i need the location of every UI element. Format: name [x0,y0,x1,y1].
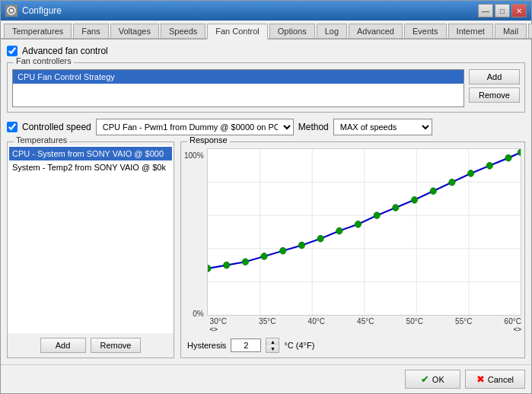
spinner-down-button[interactable]: ▼ [266,345,279,352]
svg-point-11 [208,265,211,272]
temp-add-button[interactable]: Add [40,338,86,353]
tab-advanced[interactable]: Advanced [349,24,403,38]
cancel-cross-icon: ✖ [476,373,485,385]
cancel-label: Cancel [488,375,514,384]
temp-buttons: Add Remove [8,333,174,357]
temperatures-panel: Temperatures CPU - System from SONY VAIO… [7,141,174,358]
maximize-button[interactable]: □ [495,4,510,17]
fan-list-item[interactable]: CPU Fan Control Strategy [13,70,464,84]
controlled-speed-label: Controlled speed [22,122,91,132]
chart-area: 100% 0% [181,148,524,333]
fan-controllers-group: Fan controllers CPU Fan Control Strategy… [7,62,525,113]
hysteresis-spinner[interactable]: ▲ ▼ [266,338,279,353]
hysteresis-unit: °C (4°F) [284,341,314,350]
chart-wrapper: 30°C 35°C 40°C 45°C 50°C 55°C 60°C <> <> [207,148,524,333]
tab-xap[interactable]: xAP [528,24,532,38]
main-bottom: Temperatures CPU - System from SONY VAIO… [7,141,525,358]
tab-temperatures[interactable]: Temperatures [4,24,72,38]
fan-controllers-buttons: Add Remove [469,69,520,103]
tab-mail[interactable]: Mail [495,24,527,38]
tab-events[interactable]: Events [404,24,447,38]
hysteresis-input[interactable]: 2 [231,338,261,352]
ok-checkmark-icon: ✔ [421,373,429,385]
method-label: Method [298,122,329,132]
svg-point-26 [486,162,492,169]
controlled-speed-dropdown[interactable]: CPU Fan - Pwm1 from Dummy @ $0000 on PCI [96,119,294,135]
svg-point-27 [505,154,511,161]
response-title: Response [187,135,230,145]
svg-point-18 [336,227,342,234]
hysteresis-row: Hysteresis 2 ▲ ▼ °C (4°F) [181,333,524,357]
spinner-up-button[interactable]: ▲ [266,338,279,345]
svg-point-22 [411,196,417,203]
configure-window: Configure — □ ✕ Temperatures Fans Voltag… [0,0,532,394]
temperatures-title: Temperatures [14,135,69,145]
x-label-55: 55°C [455,317,472,326]
svg-point-16 [298,242,304,249]
fan-remove-button[interactable]: Remove [469,87,520,103]
ok-button[interactable]: ✔ OK [405,370,460,389]
bottom-bar: ✔ OK ✖ Cancel [1,364,531,393]
tab-fan-control[interactable]: Fan Control [207,24,267,40]
fan-controllers-content: CPU Fan Control Strategy Add Remove [12,69,520,107]
advanced-fan-control-label: Advanced fan control [22,46,108,56]
window-title: Configure [22,5,478,16]
title-controls: — □ ✕ [478,4,527,17]
tab-voltages[interactable]: Voltages [110,24,159,38]
tab-bar: Temperatures Fans Voltages Speeds Fan Co… [1,21,531,40]
svg-point-25 [467,170,473,177]
temp-item-system[interactable]: System - Temp2 from SONY VAIO @ $0k [9,160,172,174]
svg-point-20 [374,212,380,219]
controlled-speed-row: Controlled speed CPU Fan - Pwm1 from Dum… [7,119,525,135]
app-icon [5,5,18,17]
main-content: Advanced fan control Fan controllers CPU… [1,40,531,364]
tab-options[interactable]: Options [269,24,315,38]
svg-point-19 [355,221,361,227]
svg-point-21 [392,205,398,211]
y-label-100: 100% [184,151,204,160]
fan-list[interactable]: CPU Fan Control Strategy [12,69,464,107]
controlled-speed-checkbox[interactable] [7,122,18,132]
svg-point-14 [261,253,267,260]
hysteresis-label: Hysteresis [187,341,226,350]
tab-speeds[interactable]: Speeds [161,24,205,38]
svg-point-17 [317,235,323,242]
svg-point-13 [242,259,248,265]
response-panel: Response 100% 0% [180,141,525,358]
method-dropdown[interactable]: MAX of speeds [333,119,432,135]
response-chart[interactable] [208,149,521,315]
tab-fans[interactable]: Fans [73,24,108,38]
svg-point-24 [448,179,454,186]
tab-log[interactable]: Log [317,24,347,38]
chart-inner [207,148,521,316]
temp-remove-button[interactable]: Remove [91,338,142,353]
x-label-30: 30°C [210,317,227,326]
advanced-fan-control-row: Advanced fan control [7,46,525,56]
minimize-button[interactable]: — [478,4,493,17]
right-arrows: <> [513,326,521,333]
svg-point-1 [10,9,13,12]
ok-label: OK [432,375,444,384]
svg-point-15 [279,247,285,254]
x-label-35: 35°C [259,317,276,326]
chart-x-arrows: <> <> [207,326,524,333]
chart-x-labels: 30°C 35°C 40°C 45°C 50°C 55°C 60°C [207,316,524,326]
tab-internet[interactable]: Internet [448,24,493,38]
left-arrows: <> [210,326,218,333]
close-button[interactable]: ✕ [511,4,527,17]
svg-point-28 [518,149,521,156]
fan-add-button[interactable]: Add [469,69,520,84]
temp-item-cpu[interactable]: CPU - System from SONY VAIO @ $000 [9,147,172,160]
svg-point-23 [430,188,436,195]
svg-point-12 [223,262,229,268]
y-label-0: 0% [193,310,203,318]
x-label-45: 45°C [357,317,374,326]
temp-list[interactable]: CPU - System from SONY VAIO @ $000 Syste… [8,145,174,333]
title-bar: Configure — □ ✕ [1,1,531,21]
cancel-button[interactable]: ✖ Cancel [465,370,525,389]
x-label-50: 50°C [406,317,423,326]
x-label-40: 40°C [308,317,325,326]
chart-y-labels: 100% 0% [181,148,207,333]
advanced-fan-control-checkbox[interactable] [7,46,18,56]
x-label-60: 60°C [505,317,521,326]
